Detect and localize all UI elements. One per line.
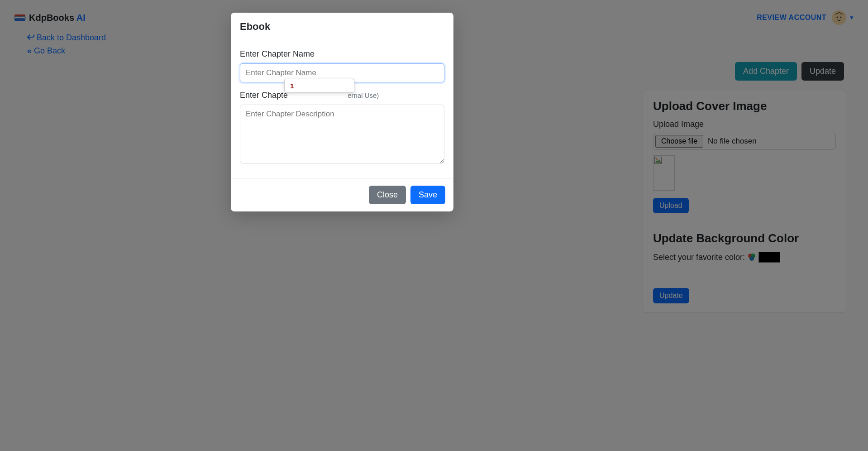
modal-close-button[interactable]: Close (369, 186, 406, 204)
modal-header: Ebook (231, 13, 453, 41)
autofill-popup[interactable]: 1 (284, 79, 354, 93)
modal-title: Ebook (240, 21, 444, 33)
chapter-name-label: Enter Chapter Name (240, 49, 444, 59)
autofill-item-1[interactable]: 1 (290, 82, 348, 90)
modal-save-button[interactable]: Save (410, 186, 445, 204)
modal-body: Enter Chapter Name 1 Enter Chapter Descr… (231, 41, 453, 178)
chapter-desc-textarea[interactable] (240, 105, 444, 163)
ebook-modal: Ebook Enter Chapter Name 1 Enter Chapter… (231, 13, 453, 211)
modal-footer: Close Save (231, 178, 453, 211)
